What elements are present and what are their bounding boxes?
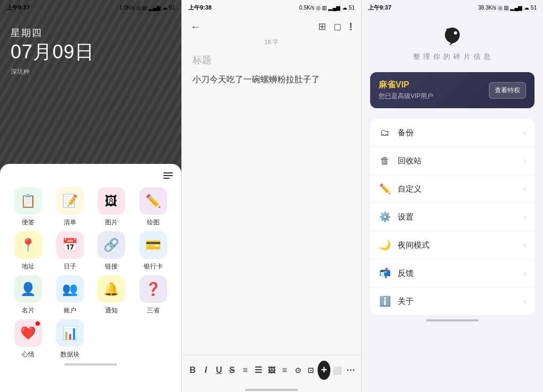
signal-icons-right: ◎ ▥ ▂▄▆ ☁ 51	[498, 5, 537, 11]
app-item-tongzhi[interactable]: 🔔 通知	[92, 275, 132, 315]
settings-label-nightmode: 夜间模式	[398, 240, 517, 250]
app-icon-bianjian: 📋	[14, 187, 42, 215]
app-item-zhanghao[interactable]: 👥 账户	[50, 275, 90, 315]
record-button[interactable]: ⊙	[291, 361, 304, 380]
panel-left: 上午9:37 1.0K/s ◎ ▥ ▂▄▆ ☁ 51 星期四 07月09日 深坑…	[0, 0, 181, 392]
more-icon[interactable]: !	[349, 21, 353, 33]
chevron-icon-backup: ›	[523, 128, 526, 137]
app-item-dizhi[interactable]: 📍 地址	[8, 231, 48, 271]
chevron-icon-about: ›	[523, 297, 526, 306]
settings-item-backup[interactable]: 🗂 备份 ›	[370, 119, 535, 147]
signal-icons-left: ◎ ▥ ▂▄▆ ☁ 51	[136, 5, 175, 11]
settings-label-recycle: 回收站	[398, 156, 517, 166]
app-item-rizi[interactable]: 📅 日子	[50, 231, 90, 271]
toolbar-left: ←	[190, 21, 201, 33]
settings-item-customize[interactable]: ✏️ 自定义 ›	[370, 175, 535, 203]
settings-label-settings: 设置	[398, 212, 517, 222]
italic-button[interactable]: I	[199, 361, 213, 380]
app-item-tupian[interactable]: 🖼 图片	[92, 187, 132, 227]
bird-logo	[440, 23, 465, 49]
settings-item-feedback[interactable]: 📬 反馈 ›	[370, 259, 535, 288]
settings-item-settings[interactable]: ⚙️ 设置 ›	[370, 203, 535, 231]
ordered-list-button[interactable]: ≡	[239, 361, 252, 380]
vip-subtitle: 您已是高级VIP用户	[379, 92, 433, 101]
more-button[interactable]: ⋯	[344, 361, 357, 380]
settings-item-recycle[interactable]: 🗑 回收站 ›	[370, 147, 535, 175]
align-button[interactable]: ≡	[278, 361, 291, 380]
vip-privileges-button[interactable]: 查看特权	[489, 82, 526, 99]
app-item-bianjian[interactable]: 📋 便签	[8, 187, 48, 227]
editor-bottom-toolbar: B I U S ≡ ☰ 🖼 ≡ ⊙ ⊡ + ⬜ ⋯	[182, 355, 361, 385]
contact-label: 深坑种	[11, 67, 94, 76]
app-icon-rizi: 📅	[56, 231, 84, 259]
settings-label-customize: 自定义	[398, 184, 517, 194]
app-icon-shujukuai: 📊	[56, 319, 84, 347]
app-label-qingdan: 清单	[64, 218, 76, 227]
chevron-icon-nightmode: ›	[523, 241, 526, 249]
app-item-shujukuai[interactable]: 📊 数据块	[50, 319, 90, 359]
settings-item-nightmode[interactable]: 🌙 夜间模式 ›	[370, 231, 535, 259]
table-button[interactable]: ⊡	[304, 361, 318, 380]
time-middle: 上午9:38	[188, 4, 212, 12]
app-icon-mingpian: 👤	[14, 275, 42, 303]
share-icon[interactable]: ◻	[334, 21, 341, 32]
slogan-char: 碎	[453, 52, 461, 62]
settings-label-backup: 备份	[398, 128, 517, 138]
add-button[interactable]: +	[318, 361, 331, 380]
status-icons-middle: 0.5K/s ◎ ▥ ▂▄▆ ☁ 51	[299, 5, 355, 11]
home-indicator	[8, 359, 173, 367]
app-label-rizi: 日子	[64, 262, 76, 271]
app-icon-qingdan: 📝	[56, 187, 84, 215]
settings-label-about: 关于	[398, 297, 517, 307]
settings-icon-nightmode: 🌙	[379, 239, 391, 251]
unordered-list-button[interactable]: ☰	[252, 361, 265, 380]
app-label-shujukuai: 数据块	[60, 350, 80, 359]
slogan-char: 理	[423, 52, 431, 62]
editor-title-placeholder[interactable]: 标题	[182, 49, 361, 68]
app-item-huitui[interactable]: ✏️ 绘图	[134, 187, 173, 227]
bottom-sheet: 📋 便签 📝 清单 🖼 图片 ✏️ 绘图 📍 地址 📅 日	[0, 164, 181, 392]
chevron-icon-settings: ›	[523, 213, 526, 221]
menu-bars-icon[interactable]	[163, 172, 173, 179]
strikethrough-button[interactable]: S	[225, 361, 239, 380]
slogan-char: 你	[433, 52, 441, 62]
settings-icon-customize: ✏️	[379, 182, 391, 195]
slogan-char: 片	[463, 52, 471, 62]
sheet-header	[8, 172, 173, 179]
slogan-char: 信	[474, 52, 481, 62]
weekday-label: 星期四	[11, 27, 94, 39]
image-button[interactable]: 🖼	[265, 361, 278, 380]
speed-left: 1.0K/s	[119, 5, 134, 11]
settings-item-about[interactable]: ℹ️ 关于 ›	[370, 288, 535, 315]
speed-right: 38.3K/s	[478, 5, 496, 11]
toolbar-right: ⊞ ◻ !	[318, 21, 353, 33]
slogan-char: 整	[413, 52, 421, 62]
time-right: 上午9:37	[368, 4, 391, 12]
char-count: 16 字	[182, 38, 361, 49]
slogan-char: 息	[484, 52, 492, 62]
date-label: 07月09日	[11, 39, 94, 65]
app-item-qingdan[interactable]: 📝 清单	[50, 187, 90, 227]
app-icon-zhanghao: 👥	[56, 275, 84, 303]
chevron-icon-recycle: ›	[523, 156, 526, 165]
app-item-sansheng[interactable]: ❓ 三省	[134, 275, 173, 315]
underline-button[interactable]: U	[213, 361, 226, 380]
app-label-zhanghao: 账户	[64, 306, 76, 315]
template-button[interactable]: ⬜	[330, 361, 344, 380]
app-icon-dizhi: 📍	[14, 231, 42, 259]
slogan-char: 的	[443, 52, 451, 62]
vip-card[interactable]: 麻雀VIP 您已是高级VIP用户 查看特权	[370, 72, 535, 108]
layout-icon[interactable]: ⊞	[318, 21, 326, 32]
bold-button[interactable]: B	[186, 361, 199, 380]
app-item-mingpian[interactable]: 👤 名片	[8, 275, 48, 315]
app-item-xingqing[interactable]: ❤️ 心情	[8, 319, 48, 359]
app-label-dizhi: 地址	[22, 262, 34, 271]
app-item-lianjie[interactable]: 🔗 链接	[92, 231, 132, 271]
svg-point-0	[454, 31, 457, 34]
app-item-yinhangka[interactable]: 💳 银行卡	[134, 231, 173, 271]
home-indicator-right	[362, 315, 543, 323]
editor-content[interactable]: 小刀今天吃了一碗螺蛳粉拉肚子了	[182, 68, 361, 355]
status-bar-middle: 上午9:38 0.5K/s ◎ ▥ ▂▄▆ ☁ 51	[182, 0, 361, 15]
vip-title: 麻雀VIP	[379, 80, 433, 91]
back-button[interactable]: ←	[190, 21, 201, 33]
